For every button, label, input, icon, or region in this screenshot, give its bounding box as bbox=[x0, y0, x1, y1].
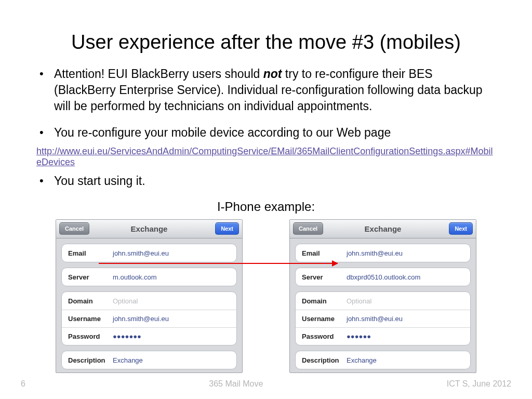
password-value: ●●●●●●● bbox=[113, 332, 141, 340]
domain-placeholder: Optional bbox=[347, 297, 371, 305]
bullet-3: You start using it. bbox=[54, 173, 496, 189]
server-label: Server bbox=[302, 273, 347, 281]
email-value: john.smith@eui.eu bbox=[113, 249, 169, 257]
email-row[interactable]: Emailjohn.smith@eui.eu bbox=[62, 244, 236, 262]
password-label: Password bbox=[68, 332, 113, 340]
domain-label: Domain bbox=[302, 297, 347, 305]
username-label: Username bbox=[68, 315, 113, 323]
description-row[interactable]: DescriptionExchange bbox=[62, 351, 236, 369]
domain-row[interactable]: DomainOptional bbox=[62, 292, 236, 310]
password-value: ●●●●●● bbox=[347, 332, 371, 340]
username-row[interactable]: Usernamejohn.smith@eui.eu bbox=[296, 310, 470, 327]
footer-center: 365 Mail Move bbox=[209, 379, 263, 389]
description-value: Exchange bbox=[113, 356, 143, 364]
password-row[interactable]: Password●●●●●●● bbox=[62, 327, 236, 345]
server-row[interactable]: Serverm.outlook.com bbox=[62, 268, 236, 286]
description-label: Description bbox=[68, 356, 113, 364]
cancel-button[interactable]: Cancel bbox=[59, 222, 89, 235]
domain-placeholder: Optional bbox=[113, 297, 138, 305]
modal-title: Exchange bbox=[131, 224, 168, 233]
email-row[interactable]: Emailjohn.smith@eui.eu bbox=[296, 244, 470, 262]
bullet-1: Attention! EUI BlackBerry users should n… bbox=[54, 66, 496, 114]
bullet-2: You re-configure your mobile device acco… bbox=[54, 125, 496, 141]
password-row[interactable]: Password●●●●●● bbox=[296, 327, 470, 345]
domain-label: Domain bbox=[68, 297, 113, 305]
description-row[interactable]: DescriptionExchange bbox=[296, 351, 470, 369]
password-label: Password bbox=[302, 332, 347, 340]
server-row[interactable]: Serverdbxprd0510.outlook.com bbox=[296, 268, 470, 286]
username-value: john.smith@eui.eu bbox=[347, 315, 403, 323]
footer-right: ICT S, June 2012 bbox=[447, 379, 511, 389]
config-link[interactable]: http://www.eui.eu/ServicesAndAdmin/Compu… bbox=[36, 146, 496, 168]
next-button[interactable]: Next bbox=[449, 222, 473, 235]
modal-title: Exchange bbox=[365, 224, 402, 233]
email-value: john.smith@eui.eu bbox=[347, 249, 403, 257]
username-value: john.smith@eui.eu bbox=[113, 315, 169, 323]
server-value: dbxprd0510.outlook.com bbox=[347, 273, 420, 281]
next-button[interactable]: Next bbox=[215, 222, 239, 235]
change-arrow-icon bbox=[99, 263, 338, 264]
modal-header: Cancel Exchange Next bbox=[290, 220, 476, 238]
username-label: Username bbox=[302, 315, 347, 323]
example-label: I-Phone example: bbox=[36, 200, 496, 214]
iphone-settings-after: Cancel Exchange Next Emailjohn.smith@eui… bbox=[289, 219, 476, 373]
slide-number: 6 bbox=[21, 379, 25, 389]
bullet-1-em: not bbox=[263, 67, 282, 81]
email-label: Email bbox=[302, 249, 347, 257]
domain-row[interactable]: DomainOptional bbox=[296, 292, 470, 310]
modal-header: Cancel Exchange Next bbox=[56, 220, 242, 238]
server-label: Server bbox=[68, 273, 113, 281]
cancel-button[interactable]: Cancel bbox=[293, 222, 323, 235]
server-value: m.outlook.com bbox=[113, 273, 157, 281]
description-label: Description bbox=[302, 356, 347, 364]
email-label: Email bbox=[68, 249, 113, 257]
iphone-settings-before: Cancel Exchange Next Emailjohn.smith@eui… bbox=[56, 219, 243, 373]
bullet-1-pre: Attention! EUI BlackBerry users should bbox=[54, 67, 263, 81]
username-row[interactable]: Usernamejohn.smith@eui.eu bbox=[62, 310, 236, 327]
slide-title: User experience after the move #3 (mobil… bbox=[36, 31, 496, 54]
description-value: Exchange bbox=[347, 356, 377, 364]
